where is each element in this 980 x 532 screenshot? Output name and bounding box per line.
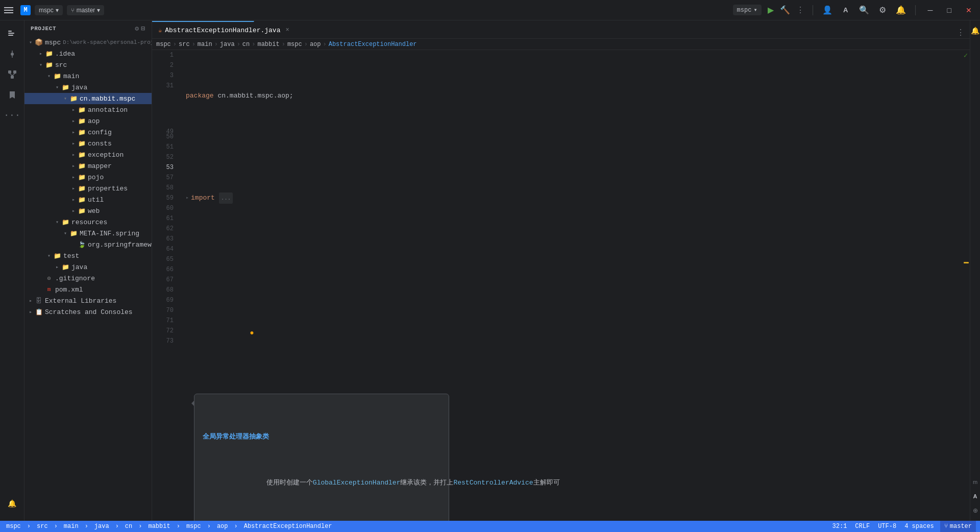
tree-item-exception[interactable]: 📁 exception: [24, 149, 152, 160]
sidebar-gear-icon[interactable]: ⚙: [135, 25, 139, 33]
status-indent[interactable]: 4 spaces: [902, 523, 936, 530]
right-strip-more[interactable]: ⊕: [971, 506, 979, 515]
run-button[interactable]: ▶: [768, 5, 774, 15]
status-path-main[interactable]: main: [62, 523, 81, 530]
tree-item-java[interactable]: 📁 java: [24, 82, 152, 93]
branch-selector[interactable]: ⑂ master ▾: [67, 5, 105, 15]
tree-item-util[interactable]: 📁 util: [24, 194, 152, 205]
breadcrumb-mspc2[interactable]: mspc: [287, 41, 302, 48]
tab-action-more[interactable]: ⋮: [955, 27, 966, 38]
status-line-ending[interactable]: CRLF: [853, 523, 872, 530]
breadcrumb-mabbit[interactable]: mabbit: [257, 41, 279, 48]
tree-item-mapper[interactable]: 📁 mapper: [24, 160, 152, 172]
activity-project-icon[interactable]: [3, 25, 21, 43]
minimize-button[interactable]: ─: [924, 6, 937, 14]
tree-item-resources[interactable]: 📁 resources: [24, 216, 152, 228]
status-position[interactable]: 32:1: [830, 523, 849, 530]
tree-item-web[interactable]: 📁 web: [24, 205, 152, 216]
activity-bookmarks-icon[interactable]: [3, 86, 21, 104]
folder-icon: 📁: [78, 151, 86, 159]
sidebar-header: Project ⚙ ⊟: [24, 20, 152, 37]
status-path-mabbit[interactable]: mabbit: [146, 523, 172, 530]
folder-icon: 📁: [61, 83, 69, 91]
ln-58: 58: [156, 183, 174, 193]
folder-icon: 📁: [45, 61, 53, 69]
tree-item-consts[interactable]: 📁 consts: [24, 138, 152, 149]
settings-button[interactable]: ⚙: [876, 4, 889, 16]
notifications-button[interactable]: 🔔: [895, 4, 907, 16]
tree-label: config: [88, 129, 112, 136]
translate-icon[interactable]: A: [840, 4, 852, 16]
status-encoding[interactable]: UTF-8: [876, 523, 898, 530]
git-branch-label: master: [950, 523, 972, 530]
tree-item-src[interactable]: 📁 src: [24, 59, 152, 70]
status-project-name: mspc: [6, 523, 21, 530]
tree-item-spring[interactable]: 🍃 org.springframework: [24, 239, 152, 250]
tree-item-aop[interactable]: 📁 aop: [24, 115, 152, 127]
activity-notifications-icon[interactable]: 🔔: [3, 494, 21, 513]
expand-arrow: [53, 83, 61, 91]
breadcrumb-java[interactable]: java: [220, 41, 235, 48]
project-selector[interactable]: mspc ▾: [35, 5, 63, 15]
code-area[interactable]: package cn.mabbit.mspc.aop; ▸ import ...: [178, 50, 962, 521]
tree-item-test[interactable]: 📁 test: [24, 250, 152, 261]
branch-name: master: [77, 7, 95, 14]
status-sep2: ›: [54, 523, 58, 530]
fold-arrow-import[interactable]: ▸: [186, 193, 189, 203]
tree-item-properties[interactable]: 📁 properties: [24, 183, 152, 194]
more-actions-button[interactable]: ⋮: [796, 5, 804, 15]
status-sep3: ›: [85, 523, 88, 530]
sidebar-collapse-icon[interactable]: ⊟: [141, 25, 145, 33]
tree-item-annotation[interactable]: 📁 annotation: [24, 104, 152, 115]
tree-label: cn.mabbit.mspc: [80, 95, 135, 103]
right-strip-notifications[interactable]: 🔔: [971, 27, 979, 35]
tree-item-external-libs[interactable]: 🗄 External Libraries: [24, 295, 152, 306]
status-path-cn[interactable]: cn: [123, 523, 134, 530]
status-class-name[interactable]: AbstractExceptionHandler: [242, 523, 334, 530]
activity-structure-icon[interactable]: [3, 65, 21, 84]
tree-item-pom[interactable]: m pom.xml: [24, 284, 152, 295]
git-status-area[interactable]: ⑂ master: [940, 521, 976, 532]
status-project[interactable]: mspc: [4, 523, 23, 530]
run-config-display[interactable]: mspc ▾: [733, 5, 762, 15]
breadcrumb-src[interactable]: src: [179, 41, 190, 48]
hamburger-menu[interactable]: [4, 5, 14, 15]
tree-label: META-INF.spring: [80, 230, 139, 237]
breadcrumb-class[interactable]: AbstractExceptionHandler: [329, 41, 417, 48]
user-icon[interactable]: 👤: [821, 4, 834, 16]
tree-item-gitignore[interactable]: ⊙ .gitignore: [24, 273, 152, 284]
maximize-button[interactable]: □: [943, 6, 955, 14]
ln-2: 2: [156, 60, 174, 70]
tree-item-mspc-root[interactable]: 📦 mspc D:\work-space\personal-proje: [24, 37, 152, 48]
tab-abstract-exception-handler[interactable]: ☕ AbstractExceptionHandler.java ×: [152, 21, 254, 38]
tree-item-meta-inf[interactable]: 📁 META-INF.spring: [24, 228, 152, 239]
tree-item-scratches[interactable]: 📋 Scratches and Consoles: [24, 306, 152, 318]
status-path-aop[interactable]: aop: [215, 523, 230, 530]
status-path-src[interactable]: src: [35, 523, 50, 530]
breadcrumb-cn[interactable]: cn: [242, 41, 250, 48]
tree-item-test-java[interactable]: 📁 java: [24, 261, 152, 273]
build-button[interactable]: 🔨: [780, 5, 790, 15]
ln-3: 3: [156, 70, 174, 81]
tree-item-main[interactable]: 📁 main: [24, 70, 152, 82]
activity-vcs-icon[interactable]: [3, 45, 21, 63]
tree-item-cn-mabbit-mspc[interactable]: 📁 cn.mabbit.mspc: [24, 93, 152, 104]
folder-icon: 📁: [61, 263, 69, 271]
tree-item-idea[interactable]: 📁 .idea: [24, 48, 152, 59]
breadcrumb-main[interactable]: main: [198, 41, 212, 48]
activity-more-icon[interactable]: ···: [3, 106, 21, 125]
tab-close-button[interactable]: ×: [285, 27, 289, 34]
status-path-java[interactable]: java: [92, 523, 111, 530]
expand-arrow: [61, 229, 69, 237]
right-strip-plugins[interactable]: m: [971, 478, 979, 486]
close-button[interactable]: ✕: [962, 6, 976, 14]
status-path-mspc[interactable]: mspc: [184, 523, 203, 530]
right-strip-bookmarks[interactable]: A: [971, 492, 979, 500]
breadcrumb-aop[interactable]: aop: [310, 41, 321, 48]
ln-68: 68: [156, 285, 174, 295]
tree-item-config[interactable]: 📁 config: [24, 127, 152, 138]
breadcrumb-mspc[interactable]: mspc: [156, 41, 171, 48]
main-layout: ··· 🔔 Project ⚙ ⊟ 📦 mspc D:\work-space\p…: [0, 20, 980, 521]
search-button[interactable]: 🔍: [858, 4, 870, 16]
tree-item-pojo[interactable]: 📁 pojo: [24, 172, 152, 183]
